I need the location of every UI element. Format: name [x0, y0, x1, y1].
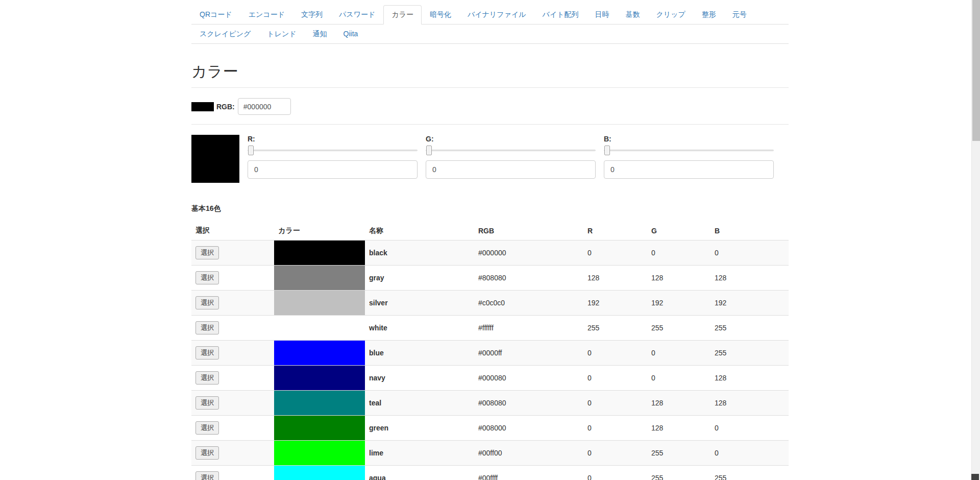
- nav-tabs-row2: スクレイピングトレンド通知Qiita: [191, 25, 789, 44]
- color-r-value: 0: [583, 391, 647, 416]
- select-cell: 選択: [191, 266, 274, 291]
- tab-label-radix[interactable]: 基数: [618, 5, 648, 25]
- tab-label-gengo[interactable]: 元号: [724, 5, 755, 25]
- tab-format[interactable]: 整形: [694, 5, 724, 25]
- color-swatch-cell-teal: [274, 391, 365, 416]
- color-swatch-cell-gray: [274, 266, 365, 291]
- green-slider-group: G:: [426, 135, 596, 179]
- tab-radix[interactable]: 基数: [618, 5, 648, 25]
- green-value-input[interactable]: [426, 160, 596, 179]
- color-swatch-cell-lime: [274, 441, 365, 466]
- color-r-value: 0: [583, 466, 647, 480]
- color-name: green: [365, 416, 474, 441]
- column-header-b: B: [710, 222, 789, 241]
- tab-color[interactable]: カラー: [383, 5, 422, 25]
- color-rgb-value: #ffffff: [474, 316, 583, 341]
- tab-qiita[interactable]: Qiita: [335, 25, 366, 44]
- select-button-silver[interactable]: 選択: [195, 296, 219, 309]
- color-rgb-value: #000080: [474, 366, 583, 391]
- tab-label-color[interactable]: カラー: [383, 5, 422, 25]
- tab-bytearray[interactable]: バイト配列: [534, 5, 587, 25]
- current-color-swatch: [191, 102, 214, 111]
- rgb-input-row: RGB:: [191, 98, 789, 115]
- column-header-color: カラー: [274, 222, 365, 241]
- tab-label-format[interactable]: 整形: [694, 5, 724, 25]
- red-slider[interactable]: [248, 145, 418, 155]
- nav-tabs-row1: QRコードエンコード文字列パスワードカラー暗号化バイナリファイルバイト配列日時基…: [191, 5, 789, 25]
- tab-qrcode[interactable]: QRコード: [191, 5, 240, 25]
- tab-label-string[interactable]: 文字列: [293, 5, 331, 25]
- select-button-navy[interactable]: 選択: [195, 371, 219, 385]
- color-row-green: 選択green#00800001280: [191, 416, 789, 441]
- tab-binaryfile[interactable]: バイナリファイル: [459, 5, 534, 25]
- select-button-teal[interactable]: 選択: [195, 396, 219, 410]
- tab-label-encode[interactable]: エンコード: [240, 5, 293, 25]
- tab-label-bytearray[interactable]: バイト配列: [534, 5, 587, 25]
- color-r-value: 0: [583, 366, 647, 391]
- color-b-value: 192: [710, 291, 789, 316]
- color-rgb-value: #008000: [474, 416, 583, 441]
- color-rgb-value: #00ffff: [474, 466, 583, 480]
- divider: [191, 87, 789, 88]
- tab-label-clip[interactable]: クリップ: [648, 5, 694, 25]
- color-swatch-cell-blue: [274, 341, 365, 366]
- tab-encryption[interactable]: 暗号化: [422, 5, 459, 25]
- color-swatch-cell-aqua: [274, 466, 365, 480]
- tab-label-password[interactable]: パスワード: [331, 5, 383, 25]
- blue-slider[interactable]: [604, 145, 774, 155]
- tab-trend[interactable]: トレンド: [259, 25, 304, 44]
- tab-encode[interactable]: エンコード: [240, 5, 293, 25]
- tab-label-scraping[interactable]: スクレイピング: [191, 25, 259, 44]
- color-name: aqua: [365, 466, 474, 480]
- scrollbar-thumb[interactable]: [972, 0, 980, 141]
- color-b-value: 0: [710, 416, 789, 441]
- select-button-white[interactable]: 選択: [195, 321, 219, 334]
- red-value-input[interactable]: [248, 160, 418, 179]
- tab-notify[interactable]: 通知: [305, 25, 335, 44]
- select-cell: 選択: [191, 291, 274, 316]
- color-r-value: 0: [583, 341, 647, 366]
- select-button-gray[interactable]: 選択: [195, 271, 219, 284]
- color-g-value: 192: [647, 291, 710, 316]
- select-cell: 選択: [191, 241, 274, 266]
- select-button-aqua[interactable]: 選択: [195, 471, 219, 480]
- tab-label-datetime[interactable]: 日時: [587, 5, 618, 25]
- tab-label-qiita[interactable]: Qiita: [335, 25, 366, 43]
- tab-label-notify[interactable]: 通知: [305, 25, 335, 44]
- tab-label-encryption[interactable]: 暗号化: [422, 5, 459, 25]
- tab-scraping[interactable]: スクレイピング: [191, 25, 259, 44]
- select-button-lime[interactable]: 選択: [195, 446, 219, 460]
- color-swatch-cell-black: [274, 241, 365, 266]
- green-slider[interactable]: [426, 145, 596, 155]
- select-button-green[interactable]: 選択: [195, 421, 219, 435]
- rgb-label: RGB:: [216, 103, 235, 111]
- column-header-r: R: [583, 222, 647, 241]
- color-r-value: 0: [583, 416, 647, 441]
- color-r-value: 128: [583, 266, 647, 291]
- tab-clip[interactable]: クリップ: [648, 5, 694, 25]
- tab-password[interactable]: パスワード: [331, 5, 383, 25]
- color-g-value: 0: [647, 366, 710, 391]
- blue-value-input[interactable]: [604, 160, 774, 179]
- color-b-value: 255: [710, 341, 789, 366]
- tab-label-qrcode[interactable]: QRコード: [191, 5, 240, 25]
- column-header-g: G: [647, 222, 710, 241]
- tab-string[interactable]: 文字列: [293, 5, 331, 25]
- select-button-blue[interactable]: 選択: [195, 346, 219, 359]
- tab-label-trend[interactable]: トレンド: [259, 25, 304, 44]
- select-cell: 選択: [191, 391, 274, 416]
- tab-gengo[interactable]: 元号: [724, 5, 755, 25]
- rgb-hex-input[interactable]: [238, 98, 291, 115]
- tab-label-binaryfile[interactable]: バイナリファイル: [459, 5, 534, 25]
- color-row-teal: 選択teal#0080800128128: [191, 391, 789, 416]
- select-button-black[interactable]: 選択: [195, 246, 219, 259]
- basic-colors-table: 選択 カラー 名称 RGB R G B 選択black#000000000選択g…: [191, 222, 789, 480]
- page-container: QRコードエンコード文字列パスワードカラー暗号化バイナリファイルバイト配列日時基…: [191, 0, 789, 480]
- color-r-value: 192: [583, 291, 647, 316]
- color-picker-row: R: G: B:: [191, 135, 789, 183]
- vertical-scrollbar[interactable]: [971, 0, 980, 480]
- tab-datetime[interactable]: 日時: [587, 5, 618, 25]
- color-preview-box: [191, 135, 239, 183]
- select-cell: 選択: [191, 466, 274, 480]
- color-g-value: 128: [647, 391, 710, 416]
